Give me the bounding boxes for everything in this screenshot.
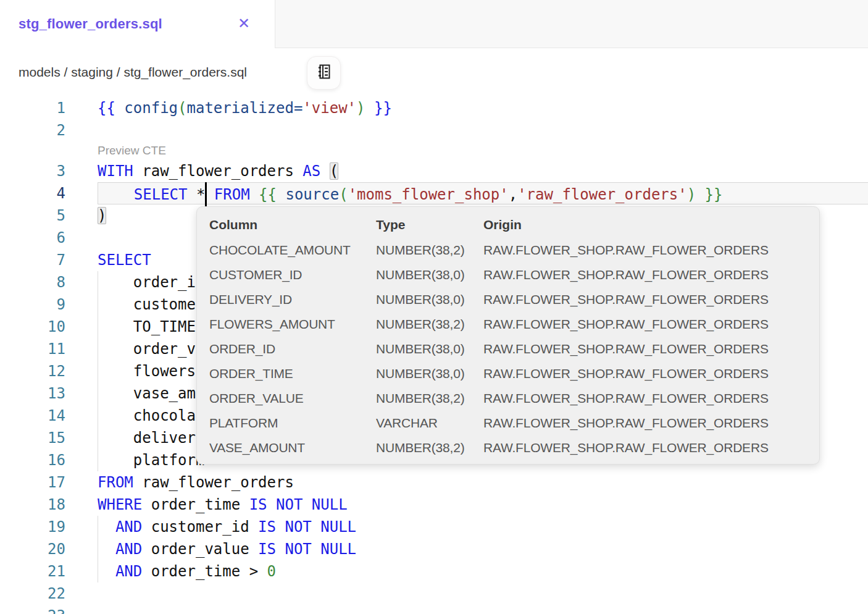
code-lens-label[interactable]: Preview CTE: [98, 141, 166, 160]
line-number: 23: [0, 605, 65, 614]
tab-stg-flower-orders[interactable]: stg_flower_orders.sql ✕: [0, 0, 275, 48]
code-line: 19 AND customer_id IS NOT NULL: [0, 516, 868, 538]
code-line-content[interactable]: [98, 582, 868, 605]
code-line-content[interactable]: SELECT * FROM {{ source('moms_flower_sho…: [98, 182, 868, 204]
code-line: 1{{ config(materialized='view') }}: [0, 97, 868, 119]
popup-cell: RAW.FLOWER_SHOP.RAW_FLOWER_ORDERS: [483, 391, 807, 406]
line-number: 17: [0, 471, 65, 494]
line-number: 6: [0, 227, 65, 249]
popup-cell: ORDER_VALUE: [209, 391, 376, 406]
code-line-content[interactable]: WHERE order_time IS NOT NULL: [98, 494, 868, 516]
popup-cell: ORDER_ID: [209, 342, 376, 356]
popup-cell: VARCHAR: [376, 416, 483, 431]
code-line-content[interactable]: AND order_time > 0: [98, 560, 868, 582]
column-info-popup: ColumnTypeOrigin CHOCOLATE_AMOUNTNUMBER(…: [196, 206, 820, 465]
close-icon[interactable]: ✕: [238, 15, 250, 32]
popup-cell: NUMBER(38,0): [376, 267, 483, 282]
file-outline-button[interactable]: [307, 56, 341, 90]
tab-bar-empty-area: [275, 0, 868, 48]
line-number: 13: [0, 382, 65, 405]
popup-cell: NUMBER(38,2): [376, 243, 483, 258]
popup-column-row: ORDER_TIMENUMBER(38,0)RAW.FLOWER_SHOP.RA…: [209, 361, 807, 386]
popup-cell: NUMBER(38,0): [376, 366, 483, 381]
popup-cell: RAW.FLOWER_SHOP.RAW_FLOWER_ORDERS: [483, 243, 807, 258]
popup-cell: RAW.FLOWER_SHOP.RAW_FLOWER_ORDERS: [483, 416, 807, 431]
line-number: 8: [0, 271, 65, 293]
breadcrumb: models / staging / stg_flower_orders.sql: [19, 48, 247, 96]
notebook-icon: [315, 62, 333, 83]
popup-cell: NUMBER(38,0): [376, 342, 483, 356]
popup-cell: FLOWERS_AMOUNT: [209, 317, 376, 332]
line-number: 20: [0, 538, 65, 560]
popup-column-row: CHOCOLATE_AMOUNTNUMBER(38,2)RAW.FLOWER_S…: [209, 238, 807, 263]
popup-column-header: Origin: [483, 217, 807, 232]
text-cursor: [205, 182, 207, 207]
popup-cell: CUSTOMER_ID: [209, 267, 376, 282]
code-line: 3WITH raw_flower_orders AS (: [0, 160, 868, 182]
code-line: 17FROM raw_flower_orders: [0, 471, 868, 494]
gutter-spacer: [0, 141, 65, 160]
popup-cell: CHOCOLATE_AMOUNT: [209, 243, 376, 258]
popup-rows: CHOCOLATE_AMOUNTNUMBER(38,2)RAW.FLOWER_S…: [209, 238, 807, 460]
line-number: 4: [0, 182, 65, 204]
code-line: 2: [0, 119, 868, 141]
code-line: 22: [0, 582, 868, 605]
line-number: 12: [0, 360, 65, 382]
line-number: 9: [0, 293, 65, 316]
line-number: 7: [0, 249, 65, 271]
tab-title: stg_flower_orders.sql: [19, 16, 162, 32]
popup-cell: DELIVERY_ID: [209, 292, 376, 307]
popup-cell: VASE_AMOUNT: [209, 440, 376, 455]
code-line-content[interactable]: [98, 605, 868, 614]
popup-column-row: DELIVERY_IDNUMBER(38,0)RAW.FLOWER_SHOP.R…: [209, 287, 807, 312]
popup-cell: NUMBER(38,0): [376, 292, 483, 307]
code-line: 23: [0, 605, 868, 614]
popup-cell: RAW.FLOWER_SHOP.RAW_FLOWER_ORDERS: [483, 342, 807, 356]
code-line: 21 AND order_time > 0: [0, 560, 868, 582]
popup-cell: NUMBER(38,2): [376, 440, 483, 455]
popup-cell: RAW.FLOWER_SHOP.RAW_FLOWER_ORDERS: [483, 366, 807, 381]
line-number: 15: [0, 427, 65, 449]
line-number: 11: [0, 338, 65, 360]
popup-cell: RAW.FLOWER_SHOP.RAW_FLOWER_ORDERS: [483, 317, 807, 332]
line-number: 2: [0, 119, 65, 141]
line-number: 22: [0, 582, 65, 605]
line-number: 21: [0, 560, 65, 582]
popup-header-row: ColumnTypeOrigin: [209, 212, 807, 238]
line-number: 5: [0, 204, 65, 227]
line-number: 1: [0, 97, 65, 119]
popup-column-header: Type: [376, 217, 483, 232]
line-number: 10: [0, 316, 65, 338]
code-line: 20 AND order_value IS NOT NULL: [0, 538, 868, 560]
popup-cell: RAW.FLOWER_SHOP.RAW_FLOWER_ORDERS: [483, 440, 807, 455]
popup-cell: PLATFORM: [209, 416, 376, 431]
popup-column-row: PLATFORMVARCHARRAW.FLOWER_SHOP.RAW_FLOWE…: [209, 411, 807, 435]
popup-column-row: CUSTOMER_IDNUMBER(38,0)RAW.FLOWER_SHOP.R…: [209, 263, 807, 287]
line-number: 19: [0, 516, 65, 538]
code-lens-row: Preview CTE: [0, 141, 868, 160]
code-line-content[interactable]: AND order_value IS NOT NULL: [98, 538, 868, 560]
code-line: 4 SELECT * FROM {{ source('moms_flower_s…: [0, 182, 868, 204]
code-line-content[interactable]: FROM raw_flower_orders: [98, 471, 868, 494]
code-line-content[interactable]: [98, 119, 868, 141]
code-line-content[interactable]: AND customer_id IS NOT NULL: [98, 516, 868, 538]
breadcrumb-row: models / staging / stg_flower_orders.sql: [0, 48, 868, 96]
popup-cell: RAW.FLOWER_SHOP.RAW_FLOWER_ORDERS: [483, 292, 807, 307]
code-line-content[interactable]: WITH raw_flower_orders AS (: [98, 160, 868, 182]
line-number: 18: [0, 494, 65, 516]
popup-column-row: FLOWERS_AMOUNTNUMBER(38,2)RAW.FLOWER_SHO…: [209, 312, 807, 337]
popup-cell: NUMBER(38,2): [376, 317, 483, 332]
popup-column-row: VASE_AMOUNTNUMBER(38,2)RAW.FLOWER_SHOP.R…: [209, 435, 807, 460]
popup-cell: NUMBER(38,2): [376, 391, 483, 406]
popup-cell: RAW.FLOWER_SHOP.RAW_FLOWER_ORDERS: [483, 267, 807, 282]
tab-bar: stg_flower_orders.sql ✕: [0, 0, 868, 48]
popup-column-row: ORDER_IDNUMBER(38,0)RAW.FLOWER_SHOP.RAW_…: [209, 337, 807, 361]
code-line: 18WHERE order_time IS NOT NULL: [0, 494, 868, 516]
popup-cell: ORDER_TIME: [209, 366, 376, 381]
line-number: 14: [0, 405, 65, 427]
line-number: 16: [0, 449, 65, 471]
popup-column-header: Column: [209, 217, 376, 232]
code-line-content[interactable]: {{ config(materialized='view') }}: [98, 97, 868, 119]
popup-column-row: ORDER_VALUENUMBER(38,2)RAW.FLOWER_SHOP.R…: [209, 386, 807, 411]
line-number: 3: [0, 160, 65, 182]
